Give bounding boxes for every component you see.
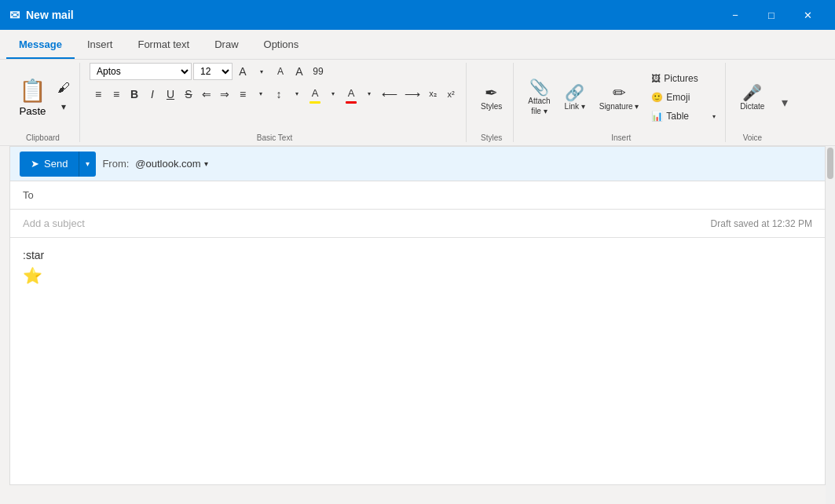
underline-button[interactable]: U	[162, 86, 179, 103]
font-color-button[interactable]: A	[342, 84, 360, 101]
voice-group: 🎤 Dictate Voice	[729, 63, 775, 142]
envelope-icon: ✉	[9, 8, 20, 23]
tab-insert[interactable]: Insert	[75, 29, 126, 59]
maximize-button[interactable]: □	[753, 0, 789, 30]
title-bar: ✉ New mail − □ ✕	[0, 0, 835, 30]
link-button[interactable]: 🔗 Link ▾	[560, 82, 590, 114]
dictate-label: Dictate	[740, 102, 764, 111]
close-button[interactable]: ✕	[789, 0, 826, 30]
highlight-button[interactable]: A	[306, 84, 324, 101]
font-row: Aptos 12 A ▾ A A 99	[90, 63, 327, 80]
font-size-dropdown-button[interactable]: ▾	[253, 63, 270, 80]
tab-message[interactable]: Message	[6, 29, 75, 59]
body-star-emoji: ⭐	[23, 264, 812, 287]
strikethrough-button[interactable]: S	[180, 86, 197, 103]
format-painter-button[interactable]: 🖌	[54, 79, 73, 97]
format-row: ≡ ≡ B I U S ⇐ ⇒ ≡ ▾ ↕ ▾ A ▾	[90, 84, 460, 104]
send-button-wrap: ➤ Send ▾	[20, 152, 96, 177]
highlight-color-bar	[309, 101, 320, 104]
send-arrow-icon: ➤	[31, 158, 39, 170]
align-button[interactable]: ≡	[234, 86, 251, 103]
clipboard-dropdown-button[interactable]: ▾	[54, 98, 73, 115]
font-color-dropdown-button[interactable]: ▾	[361, 86, 378, 103]
paste-label: Paste	[19, 105, 46, 117]
decrease-font-size-button[interactable]: A	[272, 63, 289, 80]
from-dropdown-icon: ▾	[204, 159, 208, 168]
microphone-icon: 🎤	[742, 85, 762, 100]
paste-icon: 📋	[19, 78, 46, 104]
numbered-list-button[interactable]: ≡	[108, 86, 125, 103]
increase-indent-button[interactable]: ⇒	[216, 86, 233, 103]
pictures-button[interactable]: 🖼 Pictures	[648, 70, 719, 87]
link-icon: 🔗	[565, 85, 584, 100]
table-button[interactable]: 📊 Table ▾	[648, 108, 719, 125]
ltr-button[interactable]: ⟶	[401, 86, 423, 103]
bold-button[interactable]: B	[126, 86, 143, 103]
send-row: ➤ Send ▾ From: @outlook.com ▾	[10, 147, 825, 181]
styles-button[interactable]: ✒ Styles	[476, 82, 507, 114]
from-email[interactable]: @outlook.com ▾	[135, 158, 207, 170]
ribbon: 📋 Paste 🖌 ▾ Clipboard Aptos 12	[0, 60, 835, 146]
table-dropdown-icon: ▾	[712, 113, 716, 120]
basic-text-group: Aptos 12 A ▾ A A 99 ≡ ≡ B I U S	[83, 63, 467, 142]
emoji-button[interactable]: 🙂 Emoji	[648, 89, 719, 106]
subject-row: Draft saved at 12:32 PM	[10, 210, 825, 238]
align-dropdown-button[interactable]: ▾	[252, 86, 269, 103]
attach-file-button[interactable]: 📎 Attach file ▾	[523, 76, 555, 119]
minimize-button[interactable]: −	[717, 0, 753, 30]
scroll-thumb[interactable]	[827, 148, 833, 179]
compose-window: ➤ Send ▾ From: @outlook.com ▾ To Draft s…	[9, 146, 826, 485]
from-email-address: @outlook.com	[135, 158, 200, 170]
decrease-indent-button[interactable]: ⇐	[198, 86, 215, 103]
line-spacing-button[interactable]: ↕	[270, 86, 287, 103]
send-button[interactable]: ➤ Send	[20, 152, 79, 177]
line-spacing-dropdown-button[interactable]: ▾	[288, 86, 306, 103]
increase-font-size-button[interactable]: A	[234, 63, 251, 80]
insert-group: 📎 Attach file ▾ 🔗 Link ▾ ✏ Signature ▾ 🖼…	[517, 63, 726, 142]
table-label: Table	[666, 111, 689, 122]
font-color-bar	[346, 101, 357, 104]
basic-text-label: Basic Text	[90, 132, 460, 142]
to-label: To	[23, 189, 62, 201]
signature-icon: ✏	[613, 85, 626, 100]
subscript-button[interactable]: x₂	[424, 86, 441, 103]
to-input[interactable]	[62, 189, 812, 201]
styles-icon: ✒	[485, 85, 498, 100]
vertical-scrollbar[interactable]	[826, 146, 835, 504]
tab-format-text[interactable]: Format text	[125, 29, 202, 59]
tab-options[interactable]: Options	[251, 29, 312, 59]
ribbon-expand-button[interactable]: ▾	[778, 63, 791, 142]
pictures-label: Pictures	[664, 73, 698, 84]
clear-formatting-button[interactable]: A	[291, 63, 308, 80]
bullets-button[interactable]: ≡	[90, 86, 107, 103]
to-row: To	[10, 181, 825, 210]
font-size-select[interactable]: 12	[193, 63, 233, 80]
send-dropdown-button[interactable]: ▾	[79, 152, 96, 177]
styles-label-group: Styles	[476, 132, 507, 142]
tab-bar: Message Insert Format text Draw Options	[0, 30, 835, 60]
window-title: New mail	[26, 9, 74, 21]
emoji-label: Emoji	[666, 92, 690, 103]
signature-button[interactable]: ✏ Signature ▾	[595, 82, 644, 114]
highlight-dropdown-button[interactable]: ▾	[324, 86, 342, 103]
body-area[interactable]: :star ⭐	[10, 238, 825, 484]
subject-input[interactable]	[23, 217, 711, 229]
voice-label: Voice	[735, 132, 769, 142]
emoji-icon: 🙂	[651, 92, 663, 103]
tab-draw[interactable]: Draw	[202, 29, 251, 59]
clipboard-label: Clipboard	[13, 132, 73, 142]
superscript-button[interactable]: x²	[442, 86, 460, 103]
rtl-button[interactable]: ⟵	[379, 86, 401, 103]
from-label: From:	[102, 158, 129, 170]
insert-label-group: Insert	[523, 132, 719, 142]
paste-button[interactable]: 📋 Paste	[13, 75, 53, 120]
styles-group: ✒ Styles Styles	[470, 63, 514, 142]
font-family-select[interactable]: Aptos	[90, 63, 192, 80]
highlight-wrap: A	[306, 84, 324, 104]
extra-format-button[interactable]: 99	[309, 63, 327, 80]
italic-button[interactable]: I	[144, 86, 161, 103]
send-dropdown-icon: ▾	[86, 159, 90, 168]
styles-label: Styles	[481, 102, 502, 111]
dictate-button[interactable]: 🎤 Dictate	[735, 82, 769, 114]
table-icon: 📊	[651, 111, 663, 122]
